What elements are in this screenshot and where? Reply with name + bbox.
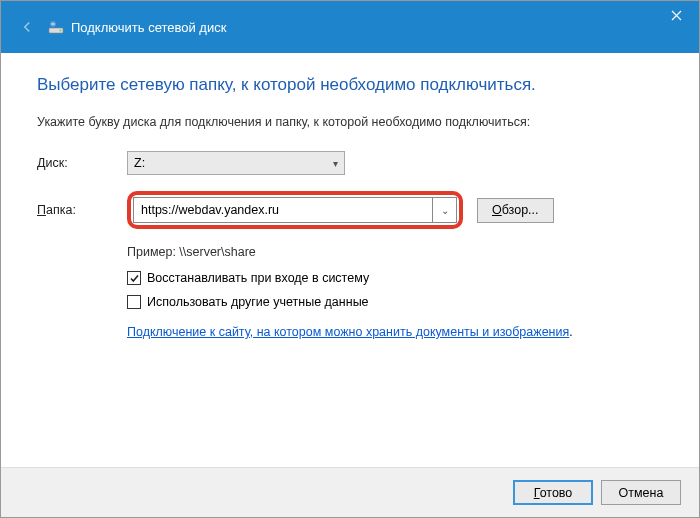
link-row: Подключение к сайту, на котором можно хр… (127, 319, 663, 339)
connect-site-link[interactable]: Подключение к сайту, на котором можно хр… (127, 325, 569, 339)
back-button[interactable] (15, 15, 39, 39)
checkbox-credentials-label: Использовать другие учетные данные (147, 295, 369, 309)
checkbox-credentials-row: Использовать другие учетные данные (127, 295, 663, 309)
checkbox-reconnect[interactable] (127, 271, 141, 285)
checkbox-reconnect-label: Восстанавливать при входе в систему (147, 271, 369, 285)
chevron-down-icon: ⌄ (441, 205, 449, 216)
close-button[interactable] (653, 1, 699, 29)
folder-input-highlight: ⌄ (127, 191, 463, 229)
checkbox-credentials[interactable] (127, 295, 141, 309)
options-block: Пример: \\server\share Восстанавливать п… (127, 245, 663, 339)
content-area: Выберите сетевую папку, к которой необхо… (1, 53, 699, 463)
page-heading: Выберите сетевую папку, к которой необхо… (37, 75, 663, 95)
drive-value: Z: (134, 156, 145, 170)
folder-input[interactable] (133, 197, 433, 223)
folder-row: Папка: ⌄ Обзор... (37, 191, 663, 229)
cancel-button[interactable]: Отмена (601, 480, 681, 505)
browse-button[interactable]: Обзор... (477, 198, 554, 223)
footer: Готово Отмена (1, 467, 699, 517)
svg-point-2 (50, 21, 56, 27)
drive-icon (47, 18, 65, 36)
drive-row: Диск: Z: ▾ (37, 151, 663, 175)
drive-label: Диск: (37, 156, 127, 170)
folder-dropdown-button[interactable]: ⌄ (433, 197, 457, 223)
instruction-text: Укажите букву диска для подключения и па… (37, 115, 663, 129)
titlebar: Подключить сетевой диск (1, 1, 699, 53)
svg-point-1 (60, 30, 62, 32)
window-title: Подключить сетевой диск (71, 20, 226, 35)
example-text: Пример: \\server\share (127, 245, 663, 259)
finish-button[interactable]: Готово (513, 480, 593, 505)
folder-label: Папка: (37, 203, 127, 217)
chevron-down-icon: ▾ (333, 158, 338, 169)
checkbox-reconnect-row: Восстанавливать при входе в систему (127, 271, 663, 285)
drive-select[interactable]: Z: ▾ (127, 151, 345, 175)
